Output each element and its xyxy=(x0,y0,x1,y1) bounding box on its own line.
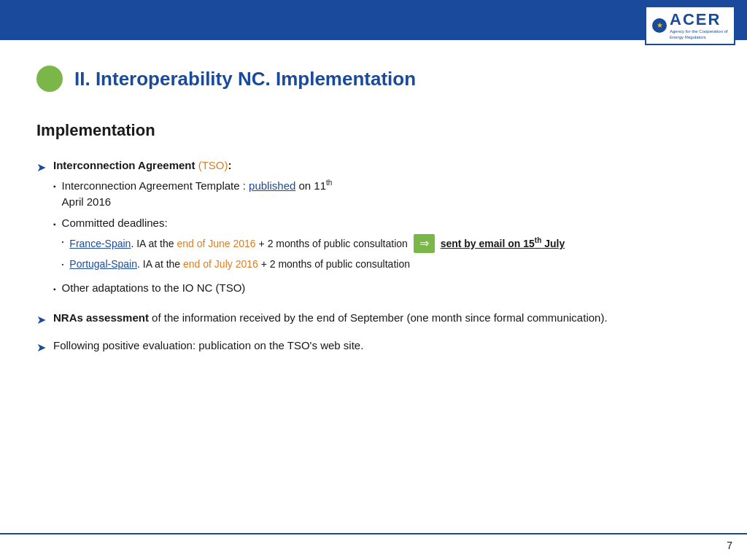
sub-sub-portugal-spain: • Portugal-Spain. IA at the end of July … xyxy=(62,257,565,272)
bullet-interconnection-label: Interconnection Agreement (TSO): xyxy=(53,159,231,171)
arrow-icon: ⇒ xyxy=(414,234,435,253)
deadlines-label: Committed deadlines: xyxy=(62,217,168,229)
template-text: Interconnection Agreement Template : pub… xyxy=(62,177,333,211)
sent-email-text: sent by email on 15th July xyxy=(441,238,565,249)
published-link[interactable]: published xyxy=(249,179,295,192)
sub-item-other: ▪ Other adaptations to the IO NC (TSO) xyxy=(53,280,565,297)
nras-bold: NRAs assessment xyxy=(53,311,149,324)
other-adaptations-text: Other adaptations to the IO NC (TSO) xyxy=(62,280,246,297)
sub-item-deadlines: ▪ Committed deadlines: • France-Spain. I… xyxy=(53,215,565,276)
bullet-following: ➤ Following positive evaluation: publica… xyxy=(36,338,711,357)
acer-logo-acronym: ACER xyxy=(670,10,728,29)
bottom-line xyxy=(0,533,747,534)
portugal-spain-text: Portugal-Spain. IA at the end of July 20… xyxy=(69,257,410,272)
nras-text: of the information received by the end o… xyxy=(152,311,608,324)
header-wave xyxy=(0,0,747,44)
sub-item-template: ▪ Interconnection Agreement Template : p… xyxy=(53,177,565,211)
end-july-highlight: end of July 2016 xyxy=(183,258,258,270)
arrow-bullet-2: ➤ xyxy=(36,311,46,329)
sub-sub-france-spain: • France-Spain. IA at the end of June 20… xyxy=(62,234,565,253)
acer-logo-icon xyxy=(652,18,667,33)
following-text: Following positive evaluation: publicati… xyxy=(53,338,363,354)
circle-bullet-2: • xyxy=(62,260,64,269)
square-bullet-1: ▪ xyxy=(53,181,56,192)
interconnection-bold: Interconnection Agreement xyxy=(53,159,195,171)
colon: : xyxy=(228,159,231,171)
bullet-interconnection-content: Interconnection Agreement (TSO): ▪ Inter… xyxy=(53,158,565,301)
france-spain-link[interactable]: France-Spain xyxy=(69,238,131,249)
acer-logo-text-block: ACER Agency for the Cooperation of Energ… xyxy=(670,10,728,41)
end-june-highlight: end of June 2016 xyxy=(177,238,255,249)
slide-title-bar: II. Interoperability NC. Implementation xyxy=(36,66,711,92)
bullet-nras: ➤ NRAs assessment of the information rec… xyxy=(36,310,711,329)
arrow-bullet-1: ➤ xyxy=(36,159,46,176)
section-heading: Implementation xyxy=(36,121,711,140)
tso-label: (TSO) xyxy=(198,159,228,171)
france-spain-text: France-Spain. IA at the end of June 2016… xyxy=(69,234,565,253)
main-bullet-list: ➤ Interconnection Agreement (TSO): ▪ Int… xyxy=(36,158,711,357)
acer-logo-subtitle: Agency for the Cooperation of Energy Reg… xyxy=(670,29,728,41)
green-dot-icon xyxy=(36,66,63,92)
slide-content: II. Interoperability NC. Implementation … xyxy=(0,44,747,531)
bullet-interconnection: ➤ Interconnection Agreement (TSO): ▪ Int… xyxy=(36,158,711,301)
square-bullet-3: ▪ xyxy=(53,284,56,295)
circle-bullet-1: • xyxy=(62,238,64,246)
acer-logo: ACER Agency for the Cooperation of Energ… xyxy=(645,6,735,45)
portugal-spain-link[interactable]: Portugal-Spain xyxy=(69,258,137,270)
arrow-bullet-3: ➤ xyxy=(36,339,46,357)
interconnection-sub-list: ▪ Interconnection Agreement Template : p… xyxy=(53,177,565,297)
square-bullet-2: ▪ xyxy=(53,219,56,230)
page-number: 7 xyxy=(727,540,732,551)
deadlines-sub-list: • France-Spain. IA at the end of June 20… xyxy=(62,234,565,272)
slide-title: II. Interoperability NC. Implementation xyxy=(74,68,416,90)
deadlines-content: Committed deadlines: • France-Spain. IA … xyxy=(62,215,565,276)
nras-content: NRAs assessment of the information recei… xyxy=(53,310,608,327)
